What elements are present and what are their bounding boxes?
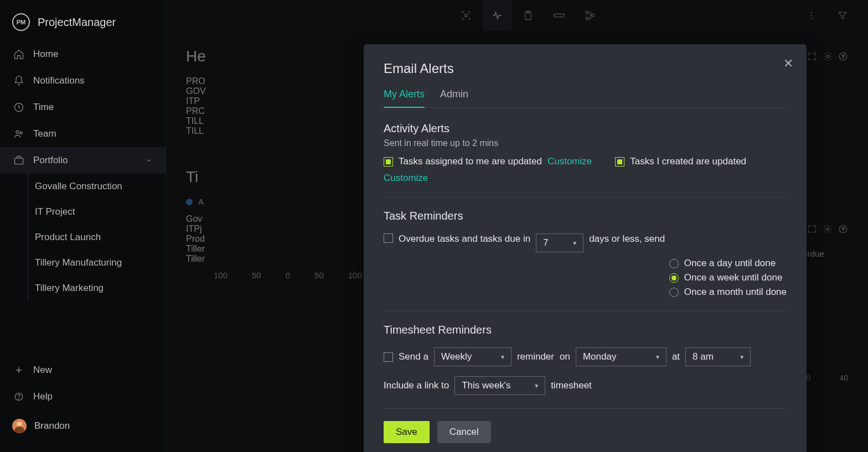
nav-label: New xyxy=(33,365,52,376)
nav-label: Help xyxy=(33,391,53,402)
time-select[interactable]: 8 am xyxy=(685,347,751,366)
nav-portfolio[interactable]: Portfolio xyxy=(0,147,166,174)
sub-itproject[interactable]: IT Project xyxy=(28,199,166,225)
activity-heading: Activity Alerts xyxy=(384,122,787,135)
ts-heading: Timesheet Reminders xyxy=(384,324,787,336)
clock-icon xyxy=(13,102,24,113)
primary-nav: Home Notifications Time Team Portfolio G… xyxy=(0,41,166,357)
briefcase-icon xyxy=(13,155,24,166)
plus-icon xyxy=(13,365,24,376)
customize-link-2[interactable]: Customize xyxy=(384,173,428,184)
day-select[interactable]: Monday xyxy=(576,347,666,366)
section-timesheet-reminders: Timesheet Reminders Send a Weekly remind… xyxy=(384,324,787,409)
nav-label: Home xyxy=(33,49,58,60)
radio-once-day[interactable]: Once a day until done xyxy=(669,258,787,269)
portfolio-subnav: Govalle Construction IT Project Product … xyxy=(28,174,166,301)
svg-point-5 xyxy=(19,398,19,399)
nav-label: Time xyxy=(33,102,54,113)
overdue-label-b: days or less, send xyxy=(589,233,665,245)
radio-once-week[interactable]: Once a week until done xyxy=(669,272,787,283)
chevron-down-icon xyxy=(146,157,152,164)
frequency-radio-group: Once a day until done Once a week until … xyxy=(669,258,787,298)
cb-overdue[interactable] xyxy=(384,233,393,243)
sidebar: PM ProjectManager Home Notifications Tim… xyxy=(0,0,166,452)
sub-product[interactable]: Product Launch xyxy=(28,225,166,250)
nav-label: Notifications xyxy=(33,75,85,86)
nav-home[interactable]: Home xyxy=(0,41,166,67)
customize-link[interactable]: Customize xyxy=(547,156,592,167)
home-icon xyxy=(13,49,24,60)
modal-tabs: My Alerts Admin xyxy=(384,89,787,108)
activity-subtext: Sent in real time up to 2 mins xyxy=(384,138,787,148)
cb-tasks-created[interactable] xyxy=(615,157,624,167)
task-heading: Task Reminders xyxy=(384,210,787,222)
nav-label: Team xyxy=(33,128,56,139)
svg-point-1 xyxy=(16,131,19,133)
bell-icon xyxy=(13,75,24,86)
nav-time[interactable]: Time xyxy=(0,94,166,121)
ts-include-label: Include a link to xyxy=(384,380,449,391)
avatar xyxy=(12,419,27,433)
ts-timesheet-label: timesheet xyxy=(551,380,592,391)
close-icon[interactable]: ✕ xyxy=(783,56,793,71)
team-icon xyxy=(13,128,24,139)
cb-label: Tasks assigned to me are updated xyxy=(399,156,542,167)
button-row: Save Cancel xyxy=(384,421,787,443)
sub-tillery-mfg[interactable]: Tillery Manufacturing xyxy=(28,250,166,276)
user-row[interactable]: Brandon xyxy=(0,410,166,442)
cancel-button[interactable]: Cancel xyxy=(437,421,491,443)
help-icon xyxy=(13,391,24,402)
logo-row: PM ProjectManager xyxy=(0,0,166,41)
user-name: Brandon xyxy=(34,420,70,432)
cb-ts-send[interactable] xyxy=(384,352,393,362)
nav-notifications[interactable]: Notifications xyxy=(0,67,166,94)
footer-nav: New Help Brandon xyxy=(0,357,166,452)
sub-tillery-mkt[interactable]: Tillery Marketing xyxy=(28,276,166,301)
overdue-label-a: Overdue tasks and tasks due in xyxy=(399,233,530,245)
logo-icon: PM xyxy=(12,13,30,31)
section-task-reminders: Task Reminders Overdue tasks and tasks d… xyxy=(384,210,787,311)
email-alerts-modal: Email Alerts ✕ My Alerts Admin Activity … xyxy=(364,44,807,452)
freq-select[interactable]: Weekly xyxy=(434,347,512,366)
radio-once-month[interactable]: Once a month until done xyxy=(669,287,787,298)
nav-team[interactable]: Team xyxy=(0,121,166,147)
main: He PRO GOV ITP PRC TILL TILL Ti A Gov IT… xyxy=(166,0,868,452)
tab-my-alerts[interactable]: My Alerts xyxy=(384,89,425,108)
sub-govalle[interactable]: Govalle Construction xyxy=(28,174,166,199)
cb-label: Tasks I created are updated xyxy=(630,156,746,167)
which-select[interactable]: This week's xyxy=(454,376,545,395)
ts-at-label: at xyxy=(672,351,680,362)
nav-new[interactable]: New xyxy=(0,357,166,383)
tab-admin[interactable]: Admin xyxy=(440,89,468,107)
ts-on-label: on xyxy=(560,351,570,362)
days-select[interactable]: 7 xyxy=(536,233,583,252)
nav-label: Portfolio xyxy=(33,155,68,166)
ts-send-label: Send a xyxy=(399,351,428,362)
section-activity: Activity Alerts Sent in real time up to … xyxy=(384,122,787,198)
nav-help[interactable]: Help xyxy=(0,383,166,410)
ts-reminder-label: reminder xyxy=(517,351,554,362)
svg-rect-3 xyxy=(15,158,23,164)
app-name: ProjectManager xyxy=(38,16,116,29)
svg-point-2 xyxy=(20,132,22,134)
save-button[interactable]: Save xyxy=(384,421,430,443)
modal-title: Email Alerts xyxy=(384,61,787,76)
cb-tasks-assigned[interactable] xyxy=(384,157,393,167)
